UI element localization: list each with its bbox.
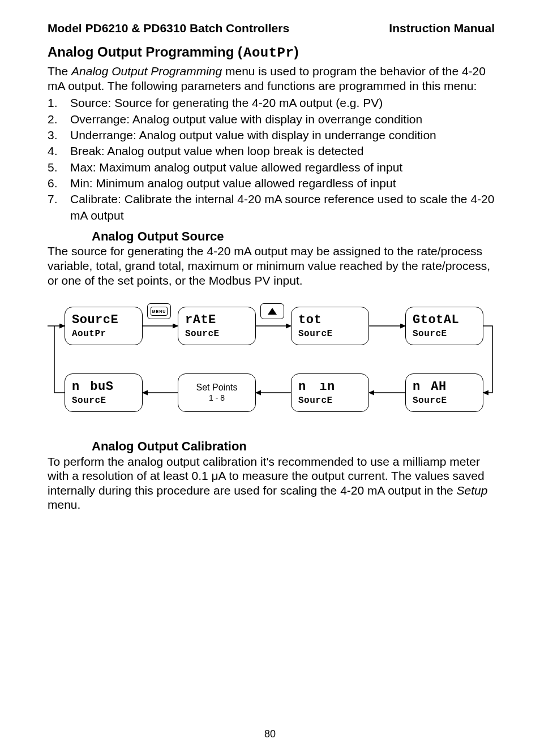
sub2-body-italic: Setup — [457, 484, 488, 497]
list-text: Max: Maximum analog output value allowed… — [70, 160, 495, 175]
intro-italic: Analog Output Programming — [71, 65, 222, 78]
list-item: 7.Calibrate: Calibrate the internal 4-20… — [48, 191, 495, 224]
page-header: Model PD6210 & PD6310 Batch Controllers … — [48, 22, 495, 35]
list-text: Min: Minimum analog output value allowed… — [70, 175, 495, 191]
list-item: 3.Underrange: Analog output value with d… — [48, 127, 495, 143]
sub1-body: The source for generating the 4-20 mA ou… — [48, 244, 495, 287]
sub2-body-a: To perform the analog output calibration… — [48, 455, 485, 497]
section-title-text: Analog Output Programming ( — [48, 44, 242, 59]
connectors — [48, 300, 495, 430]
list-item: 2.Overrange: Analog output value with di… — [48, 111, 495, 127]
header-left: Model PD6210 & PD6310 Batch Controllers — [48, 22, 289, 35]
list-num: 5. — [48, 160, 70, 175]
sub2-title: Analog Output Calibration — [92, 439, 495, 454]
section-title: Analog Output Programming (AoutPr) — [48, 44, 495, 61]
list-num: 7. — [48, 191, 70, 224]
intro-a: The — [48, 65, 71, 78]
list-item: 6.Min: Minimum analog output value allow… — [48, 175, 495, 191]
list-num: 6. — [48, 175, 70, 191]
section-title-seg: AoutPr — [243, 45, 294, 61]
list-num: 4. — [48, 143, 70, 159]
list-item: 1.Source: Source for generating the 4-20… — [48, 95, 495, 111]
parameters-list: 1.Source: Source for generating the 4-20… — [48, 95, 495, 224]
list-item: 4.Break: Analog output value when loop b… — [48, 143, 495, 159]
sub2-body-b: menu. — [48, 498, 80, 511]
list-text: Calibrate: Calibrate the internal 4-20 m… — [70, 191, 495, 224]
list-num: 3. — [48, 127, 70, 143]
page-number: 80 — [0, 728, 540, 740]
list-num: 1. — [48, 95, 70, 111]
list-text: Break: Analog output value when loop bre… — [70, 143, 495, 159]
intro-paragraph: The Analog Output Programming menu is us… — [48, 64, 495, 93]
header-right: Instruction Manual — [389, 22, 495, 35]
sub2-body: To perform the analog output calibration… — [48, 454, 495, 512]
sub1-title: Analog Output Source — [92, 229, 495, 244]
section-title-close: ) — [294, 44, 298, 59]
list-item: 5.Max: Maximum analog output value allow… — [48, 160, 495, 175]
flow-diagram: SourcE AoutPr MENU rAtE SourcE tot Sourc… — [48, 300, 495, 430]
list-num: 2. — [48, 111, 70, 127]
list-text: Source: Source for generating the 4-20 m… — [70, 95, 495, 111]
list-text: Underrange: Analog output value with dis… — [70, 127, 495, 143]
list-text: Overrange: Analog output value with disp… — [70, 111, 495, 127]
